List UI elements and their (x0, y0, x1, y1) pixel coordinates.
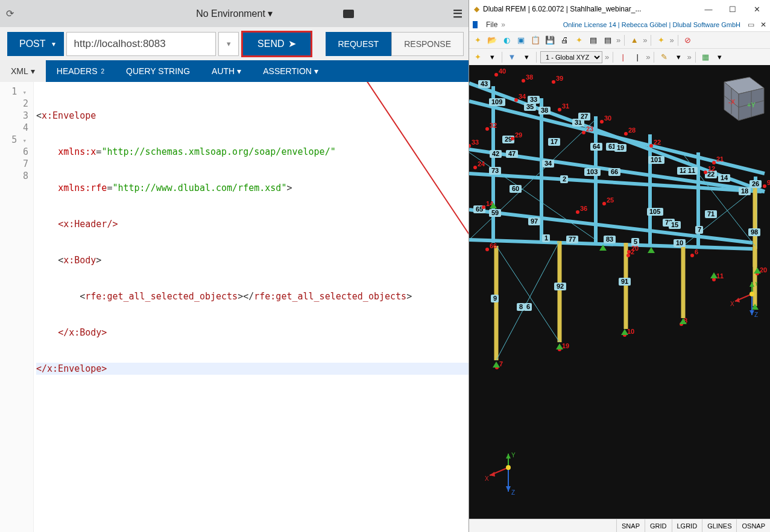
filter-icon[interactable]: ▼ (506, 51, 518, 63)
svg-point-139 (473, 166, 477, 169)
svg-point-157 (485, 248, 489, 251)
tab-response[interactable]: RESPONSE (391, 32, 464, 56)
save-icon[interactable]: 💾 (544, 34, 556, 46)
flag-icon (473, 21, 482, 28)
drop-icon[interactable]: ▾ (486, 51, 498, 63)
status-glines[interactable]: GLINES (702, 519, 736, 532)
navigation-cube[interactable]: -X +Y (712, 70, 766, 124)
wand-icon[interactable]: ✦ (655, 34, 667, 46)
svg-text:25: 25 (607, 196, 614, 204)
tab-query-string[interactable]: QUERY STRING (115, 60, 201, 82)
svg-marker-195 (735, 298, 740, 302)
maximize-button[interactable]: ☐ (721, 1, 745, 17)
paste-icon[interactable]: 📋 (529, 34, 541, 46)
url-history-dropdown[interactable]: ▾ (218, 32, 239, 56)
drop3-icon[interactable]: ▾ (672, 51, 684, 63)
svg-point-155 (763, 184, 766, 188)
more-icon[interactable]: » (616, 36, 620, 45)
svg-text:32: 32 (490, 122, 497, 129)
bar2-icon[interactable]: | (631, 51, 643, 63)
status-snap[interactable]: SNAP (616, 519, 645, 532)
grid2-icon[interactable]: ▦ (699, 51, 712, 63)
close-button[interactable]: ✕ (745, 1, 769, 17)
refresh-icon[interactable]: ⟳ (6, 8, 14, 19)
svg-text:43: 43 (481, 80, 488, 87)
svg-text:20: 20 (760, 266, 767, 274)
more5-icon[interactable]: » (646, 52, 650, 61)
drop4-icon[interactable]: ▾ (714, 51, 726, 63)
svg-text:11: 11 (716, 272, 724, 280)
svg-point-123 (514, 98, 518, 102)
svg-text:66: 66 (611, 168, 618, 175)
hamburger-icon[interactable]: ☰ (453, 7, 462, 20)
new-icon[interactable]: ✦ (472, 34, 484, 46)
tab-xml-label: XML (11, 66, 28, 76)
cancel-icon[interactable]: ⊘ (682, 34, 694, 46)
svg-text:6: 6 (526, 303, 530, 310)
svg-text:10: 10 (627, 328, 634, 335)
bar-icon[interactable]: | (617, 51, 629, 63)
doc1-icon[interactable]: ▤ (587, 34, 599, 46)
url-input[interactable] (66, 32, 216, 56)
code-editor[interactable]: 1 ▾ 2 3 4 5 ▾ 6 7 8 <x:Envelope xmlns:x=… (0, 82, 469, 532)
status-grid[interactable]: GRID (645, 519, 672, 532)
svg-text:33: 33 (472, 139, 479, 146)
line-gutter: 1 ▾ 2 3 4 5 ▾ 6 7 8 (0, 82, 34, 532)
more6-icon[interactable]: » (687, 52, 691, 61)
svg-text:66: 66 (490, 242, 497, 249)
tab-auth[interactable]: AUTH ▾ (201, 60, 252, 82)
close-doc-icon[interactable]: ✕ (760, 20, 766, 29)
svg-marker-197 (749, 282, 754, 287)
environment-label: No Environment (196, 8, 265, 19)
axis-triad-bl: X Y Z (481, 452, 523, 501)
send-button[interactable]: SEND➤ (241, 31, 312, 57)
more4-icon[interactable]: » (605, 52, 609, 61)
menu-file[interactable]: File (486, 20, 497, 29)
svg-text:Y: Y (511, 452, 516, 458)
tab-headers[interactable]: HEADERS2 (46, 60, 115, 82)
block-icon[interactable]: ▣ (515, 34, 527, 46)
open-icon[interactable]: 📂 (486, 34, 498, 46)
menu-more-icon[interactable]: » (501, 20, 505, 29)
license-info: Online License 14 | Rebecca Göbel | Dlub… (563, 21, 740, 28)
cloud-icon[interactable]: ◐ (500, 34, 513, 46)
svg-text:2: 2 (631, 248, 634, 255)
code-content[interactable]: <x:Envelope xmlns:x="http://schemas.xmls… (34, 82, 469, 532)
method-dropdown[interactable]: POST (7, 32, 64, 56)
more3-icon[interactable]: » (669, 36, 674, 45)
draw-icon[interactable]: ✎ (658, 51, 670, 63)
model-viewport[interactable]: 4310933353829312742473417646119101731036… (469, 65, 770, 519)
saveas-icon[interactable]: ✦ (573, 34, 585, 46)
restore-icon[interactable]: ▭ (748, 20, 754, 29)
svg-text:91: 91 (621, 278, 628, 285)
svg-line-20 (496, 241, 560, 360)
svg-text:64: 64 (593, 143, 601, 150)
svg-point-200 (749, 292, 754, 296)
tab-assertion[interactable]: ASSERTION ▾ (252, 60, 329, 82)
environment-selector[interactable]: No Environment ▾ (196, 8, 273, 19)
status-osnap[interactable]: OSNAP (736, 519, 770, 532)
svg-text:34: 34 (544, 160, 552, 167)
more2-icon[interactable]: » (643, 36, 647, 45)
svg-text:97: 97 (531, 217, 538, 225)
request-row: POST ▾ SEND➤ REQUEST RESPONSE (0, 27, 469, 60)
minimize-button[interactable]: — (696, 1, 721, 17)
request-response-tabs: REQUEST RESPONSE (326, 32, 464, 56)
svg-line-19 (496, 246, 560, 342)
print-icon[interactable]: 🖨 (558, 34, 570, 46)
chat-icon[interactable] (343, 10, 354, 18)
svg-text:19: 19 (562, 342, 569, 349)
tab-body-xml[interactable]: XML ▾ (0, 60, 46, 82)
shape-icon[interactable]: ▲ (628, 34, 640, 46)
top-bar: ⟳ No Environment ▾ ☰ (0, 0, 469, 27)
doc2-icon[interactable]: ▤ (602, 34, 614, 46)
star-icon[interactable]: ✦ (472, 51, 484, 63)
svg-text:26: 26 (752, 180, 759, 187)
coordinate-system-select[interactable]: 1 - Global XYZ (540, 51, 602, 63)
drop2-icon[interactable]: ▾ (520, 51, 532, 63)
svg-text:+Y: +Y (747, 101, 756, 108)
status-lgrid[interactable]: LGRID (672, 519, 702, 532)
tab-request[interactable]: REQUEST (326, 32, 392, 56)
svg-text:23: 23 (586, 125, 593, 133)
menubar: File » Online License 14 | Rebecca Göbel… (469, 18, 770, 31)
